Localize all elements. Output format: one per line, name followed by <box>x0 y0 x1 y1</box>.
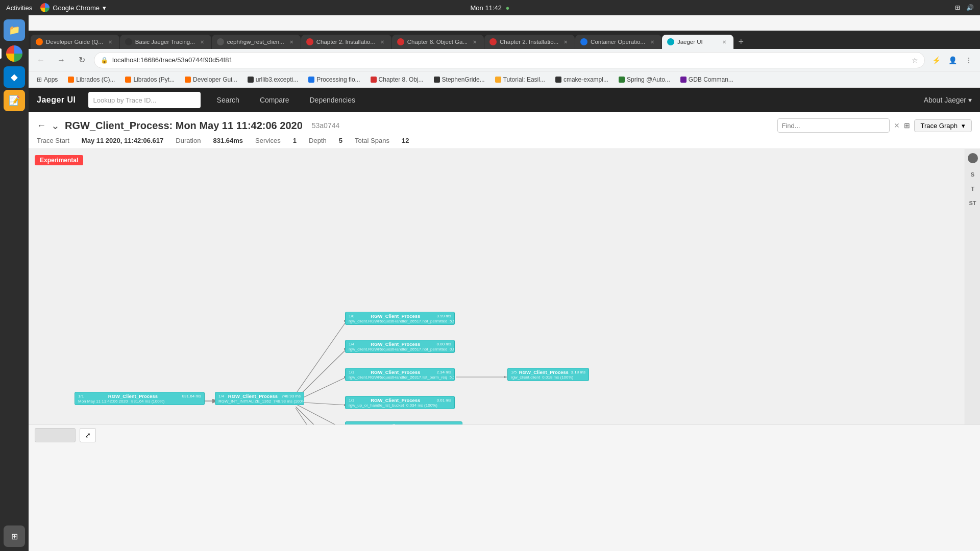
graph-bottom-bar: ⤢ <box>29 424 980 445</box>
bookmark-apps[interactable]: ⊞ Apps <box>33 75 62 84</box>
tab-chapter8[interactable]: Chapter 8. Object Ga... ✕ <box>392 35 484 49</box>
jaeger-search-btn[interactable]: Search <box>213 94 243 106</box>
tab-bar: Developer Guide (Q... ✕ Basic Jaeger Tra… <box>29 31 980 49</box>
right-panel-t[interactable]: T <box>970 184 975 194</box>
bookmarks-bar: ⊞ Apps Librados (C)... Librados (Pyt... … <box>29 71 980 88</box>
span-title-s5: RGW_Client_Process <box>371 369 420 375</box>
sidebar-item-files[interactable]: 📁 <box>4 19 25 41</box>
bm-fav-10 <box>555 77 561 83</box>
tab-developer-guide[interactable]: Developer Guide (Q... ✕ <box>31 35 119 49</box>
trace-depth-value: 5 <box>339 137 342 144</box>
tab-close-3[interactable]: ✕ <box>287 38 296 46</box>
svg-marker-19 <box>504 376 507 378</box>
bookmark-stephengride[interactable]: StephenGride... <box>430 75 489 84</box>
bookmark-dev-guide[interactable]: Developer Gui... <box>181 75 241 84</box>
grid-view-button[interactable]: ⊞ <box>904 121 910 130</box>
bookmark-star[interactable]: ☆ <box>912 56 918 64</box>
bookmark-librados-c[interactable]: Librados (C)... <box>64 75 119 84</box>
tab-close-6[interactable]: ✕ <box>561 38 570 46</box>
tab-close-8[interactable]: ✕ <box>720 38 728 46</box>
find-clear-button[interactable]: ✕ <box>894 121 900 130</box>
bookmark-chapter8[interactable]: Chapter 8. Obj... <box>366 75 428 84</box>
right-panel-circle[interactable] <box>968 153 978 163</box>
bm-fav-3 <box>125 77 131 83</box>
extensions-button[interactable]: ⚡ <box>929 53 943 67</box>
fit-view-button[interactable]: ⤢ <box>80 428 96 442</box>
sidebar-item-chrome[interactable] <box>4 43 25 64</box>
right-panel-st[interactable]: ST <box>968 198 977 208</box>
tab-ceph[interactable]: ceph/rgw_rest_clien... ✕ <box>212 35 301 49</box>
chrome-favicon <box>40 3 50 12</box>
sidebar-item-vscode[interactable]: ◆ <box>4 66 25 88</box>
minimap[interactable] <box>35 428 76 442</box>
bookmark-cmake[interactable]: cmake-exampl... <box>551 75 612 84</box>
jaeger-compare-btn[interactable]: Compare <box>256 94 293 106</box>
span-node-s1[interactable]: 1/1 RGW_Client_Process 831.64 ms Mon May… <box>75 392 205 405</box>
forward-button[interactable]: → <box>53 52 69 68</box>
menu-button[interactable]: ⋮ <box>962 53 976 67</box>
tab-jaeger-ui[interactable]: Jaeger UI ✕ <box>662 35 733 49</box>
jaeger-about[interactable]: About Jaeger ▾ <box>924 96 972 104</box>
bookmark-gdb[interactable]: GDB Comman... <box>676 75 738 84</box>
profile-button[interactable]: 👤 <box>945 53 960 67</box>
bookmark-processing[interactable]: Processing flo... <box>304 75 364 84</box>
span-sub-s1: Mon May 11 11:42:06 2020 831.64 ms (100%… <box>78 399 201 404</box>
os-activities-label[interactable]: Activities <box>6 4 32 12</box>
span-sub-s3: rgw_client.RGWRequestHandler_26517.not_p… <box>349 319 451 323</box>
browser-window: Developer Guide (Q... ✕ Basic Jaeger Tra… <box>29 31 980 445</box>
span-node-s4[interactable]: 1/4 RGW_Client_Process 0.00 ms rgw_clien… <box>345 340 455 353</box>
span-node-s5[interactable]: 1/1 RGW_Client_Process 2.34 ms rgw_clien… <box>345 368 455 381</box>
svg-line-1 <box>296 321 347 394</box>
jaeger-trace-id-input[interactable]: Lookup by Trace ID... <box>88 92 201 108</box>
span-sub-s10: rgw_client.client 0.018 ms (100%) <box>511 375 585 380</box>
tab-close-7[interactable]: ✕ <box>648 38 656 46</box>
bookmark-librados-py[interactable]: Librados (Pyt... <box>121 75 179 84</box>
tab-close-4[interactable]: ✕ <box>378 38 386 46</box>
graph-area[interactable]: Experimental <box>29 149 980 445</box>
bm-fav-12 <box>680 77 687 83</box>
new-tab-button[interactable]: + <box>734 35 748 49</box>
tab-favicon-7 <box>580 38 587 45</box>
reload-button[interactable]: ↻ <box>74 52 90 68</box>
jaeger-dependencies-btn[interactable]: Dependencies <box>306 94 360 106</box>
span-sub-s5: rgw_client.RGWRequestHandler_26317.list_… <box>349 375 451 380</box>
bookmark-spring[interactable]: Spring @Auto... <box>615 75 674 84</box>
bookmark-dev-guide-label: Developer Gui... <box>193 76 237 83</box>
experimental-badge: Experimental <box>35 155 83 165</box>
tab-chapter2-1[interactable]: Chapter 2. Installatio... ✕ <box>301 35 391 49</box>
tab-jaeger-tracing[interactable]: Basic Jaeger Tracing... ✕ <box>120 35 211 49</box>
trace-services-value: 1 <box>293 137 297 144</box>
bookmark-processing-label: Processing flo... <box>316 76 360 83</box>
trace-back-button[interactable]: ← <box>37 120 46 131</box>
bookmark-tutorial[interactable]: Tutorial: Easil... <box>491 75 549 84</box>
jaeger-app: Jaeger UI Lookup by Trace ID... Search C… <box>29 88 980 445</box>
span-node-s2[interactable]: 1/4 RGW_Client_Process 748.93 ms RGW_INT… <box>215 392 304 405</box>
tab-chapter2-2[interactable]: Chapter 2. Installatio... ✕ <box>484 35 575 49</box>
bookmark-tutorial-label: Tutorial: Easil... <box>503 76 545 83</box>
jaeger-header: Jaeger UI Lookup by Trace ID... Search C… <box>29 88 980 112</box>
span-node-s10[interactable]: 1/5 RGW_Client_Process 3.18 ms rgw_clien… <box>507 368 589 381</box>
tab-close-1[interactable]: ✕ <box>106 38 114 46</box>
tab-close-5[interactable]: ✕ <box>471 38 479 46</box>
span-node-s3[interactable]: 1/0 RGW_Client_Process 3.99 ms rgw_clien… <box>345 312 455 325</box>
span-node-s6[interactable]: 1/1 RGW_Client_Process 3.01 ms rgw_up_or… <box>345 396 455 409</box>
tab-label-2: Basic Jaeger Tracing... <box>135 39 195 45</box>
trace-duration-value: 831.64ms <box>213 137 243 144</box>
back-button[interactable]: ← <box>33 52 49 68</box>
bookmark-urllib3-label: urllib3.excepti... <box>256 76 298 83</box>
trace-expand-button[interactable]: ⌄ <box>51 119 60 132</box>
right-panel-s[interactable]: S <box>970 169 975 180</box>
os-chrome-label[interactable]: Google Chrome ▾ <box>40 3 106 12</box>
tab-label-4: Chapter 2. Installatio... <box>316 39 375 45</box>
sidebar-item-notes[interactable]: 📝 <box>4 90 25 111</box>
tab-close-2[interactable]: ✕ <box>198 38 206 46</box>
tab-container-ops[interactable]: Container Operatio... ✕ <box>575 35 662 49</box>
sidebar-item-apps[interactable]: ⊞ <box>4 525 25 547</box>
bm-fav-8 <box>434 77 440 83</box>
trace-find-input[interactable] <box>777 118 890 133</box>
trace-view-selector[interactable]: Trace Graph ▾ <box>914 119 972 132</box>
bookmark-urllib3[interactable]: urllib3.excepti... <box>243 75 302 84</box>
tab-label-5: Chapter 8. Object Ga... <box>407 39 468 45</box>
address-bar[interactable]: 🔒 localhost:16686/trace/53a0744f90d54f81… <box>94 52 925 68</box>
os-network-icon: ⊞ <box>955 4 960 11</box>
